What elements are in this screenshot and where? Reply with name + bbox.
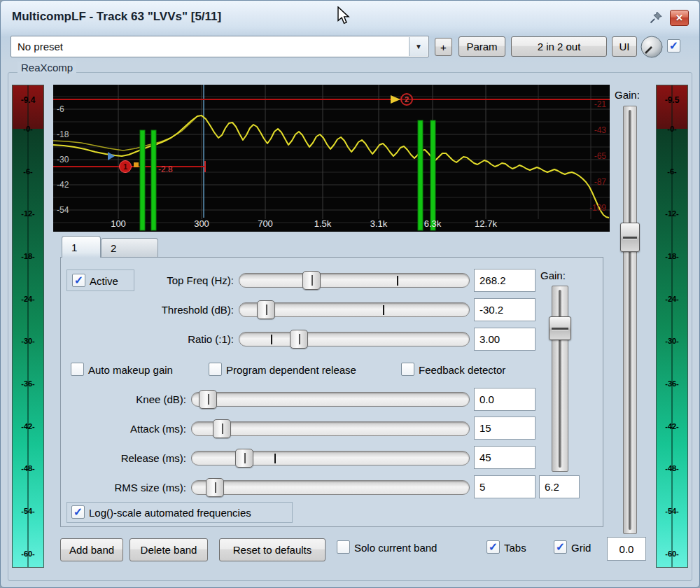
grid-checkbox[interactable]: ✓ <box>554 540 567 554</box>
freq-axis-label: 12.7k <box>475 218 497 229</box>
plugin-window: MulticompLF - Track 63 "LVVs" [5/11] ✕ N… <box>0 0 700 588</box>
delete-band-button[interactable]: Delete band <box>130 538 208 561</box>
check-icon: ✓ <box>74 275 83 286</box>
tab-label: 2 <box>111 242 116 254</box>
window-title: MulticompLF - Track 63 "LVVs" [5/11] <box>12 10 221 24</box>
gr-axis-label: -21 <box>594 99 606 109</box>
pin-icon[interactable] <box>649 10 663 24</box>
band1-marker[interactable]: 1 <box>119 160 132 173</box>
release-slider[interactable] <box>191 451 470 465</box>
meter-scale-label: -0- <box>13 125 43 133</box>
feedback-detector-label[interactable]: Feedback detector <box>419 364 505 376</box>
log-scale-checkbox[interactable]: ✓ <box>71 505 85 519</box>
release-value[interactable]: 45 <box>474 446 536 469</box>
master-gain-fader[interactable] <box>623 106 637 534</box>
close-button[interactable]: ✕ <box>670 10 689 26</box>
attack-label: Attack (ms): <box>67 423 186 435</box>
meter-scale-label: -36- <box>13 379 43 388</box>
band1-gain-readout: -2.8 <box>158 164 173 174</box>
attack-value[interactable]: 15 <box>474 416 536 440</box>
program-release-label[interactable]: Program dependent release <box>226 364 356 376</box>
threshold-value[interactable]: -30.2 <box>474 298 536 321</box>
grid-label[interactable]: Grid <box>571 542 591 554</box>
add-band-button[interactable]: Add band <box>60 538 123 561</box>
threshold-thumb[interactable] <box>257 300 275 319</box>
ui-button[interactable]: UI <box>612 36 637 57</box>
band-gain-fader[interactable] <box>552 286 568 472</box>
meter-scale-label: -18- <box>657 252 687 260</box>
rms-size-slider[interactable] <box>191 480 470 495</box>
active-checkbox[interactable]: ✓ <box>72 274 85 287</box>
right-peak-readout: -9.5 <box>657 95 687 105</box>
check-icon: ✓ <box>489 542 498 553</box>
knee-thumb[interactable] <box>199 390 217 409</box>
ratio-thumb[interactable] <box>290 330 308 349</box>
fx-enable-checkbox[interactable]: ✓ <box>667 39 680 52</box>
slider-tick <box>271 335 272 344</box>
db-axis-label: -6 <box>57 104 64 114</box>
preset-plus-button[interactable]: + <box>435 38 452 56</box>
meter-scale-label: -42- <box>657 422 687 430</box>
knee-value[interactable]: 0.0 <box>474 388 536 411</box>
knee-slider[interactable] <box>191 392 470 407</box>
meter-scale-label: -12- <box>13 209 43 218</box>
ratio-value[interactable]: 3.00 <box>474 328 536 351</box>
meter-scale-label: -18- <box>13 252 43 260</box>
tab-label: 1 <box>71 241 77 253</box>
tab-band-1[interactable]: 1 <box>62 236 101 258</box>
spectrum-display[interactable]: -6 -18 -30 -42 -54 -21 -43 -65 -87 -109 … <box>53 85 610 232</box>
threshold-slider[interactable] <box>239 302 470 317</box>
preset-dropdown[interactable]: No preset ▼ <box>10 36 429 57</box>
tabs-label[interactable]: Tabs <box>504 542 526 554</box>
freq-axis-label: 3.1k <box>370 218 388 229</box>
log-scale-label[interactable]: Log()-scale automated frequencies <box>89 507 251 519</box>
plugin-name: ReaXcomp <box>18 62 76 74</box>
freq-axis-label: 300 <box>194 218 209 229</box>
auto-makeup-label[interactable]: Auto makeup gain <box>88 364 173 376</box>
feedback-detector-checkbox[interactable] <box>401 363 414 376</box>
reset-defaults-label: Reset to defaults <box>233 544 312 556</box>
gr-axis-label: -43 <box>594 125 606 135</box>
master-gain-value[interactable]: 0.0 <box>607 537 646 561</box>
slider-tick <box>397 276 398 286</box>
release-thumb[interactable] <box>235 449 253 468</box>
plus-icon: + <box>440 41 447 53</box>
ratio-slider[interactable] <box>239 332 470 346</box>
band-gain-value[interactable]: 6.2 <box>539 475 580 498</box>
tabs-checkbox[interactable]: ✓ <box>486 540 500 554</box>
solo-current-band-checkbox[interactable] <box>337 540 350 554</box>
program-release-checkbox[interactable] <box>209 363 222 376</box>
gr-axis-label: -87 <box>594 177 606 187</box>
master-gain-label: Gain: <box>615 89 640 101</box>
ui-label: UI <box>620 41 630 52</box>
band-gain-fader-handle[interactable] <box>549 316 571 340</box>
attack-thumb[interactable] <box>213 419 231 438</box>
master-gain-fader-handle[interactable] <box>620 223 640 252</box>
auto-makeup-checkbox[interactable] <box>71 363 84 376</box>
top-freq-thumb[interactable] <box>302 271 321 290</box>
delete-band-label: Delete band <box>141 544 197 556</box>
meter-scale-label: -30- <box>657 337 687 345</box>
reset-defaults-button[interactable]: Reset to defaults <box>219 538 326 561</box>
tab-band-2[interactable]: 2 <box>101 238 158 258</box>
meter-scale-label: -54- <box>13 507 43 515</box>
top-freq-value[interactable]: 268.2 <box>474 269 536 292</box>
meter-scale-label: -48- <box>657 464 687 472</box>
freq-axis-label: 1.5k <box>314 218 332 229</box>
attack-slider[interactable] <box>191 421 470 436</box>
threshold-label: Threshold (dB): <box>106 304 234 316</box>
meter-scale-label: -0- <box>657 125 687 133</box>
ratio-label: Ratio (:1): <box>106 333 234 345</box>
param-button[interactable]: Param <box>458 36 505 57</box>
rms-size-label: RMS size (ms): <box>67 482 186 493</box>
db-axis-label: -42 <box>57 180 69 190</box>
band2-marker[interactable]: 2 <box>400 93 413 106</box>
rms-size-value[interactable]: 5 <box>474 475 536 498</box>
rms-size-thumb[interactable] <box>206 478 224 497</box>
wet-dry-knob[interactable] <box>640 35 664 59</box>
io-button[interactable]: 2 in 2 out <box>511 36 607 57</box>
solo-current-band-label[interactable]: Solo current band <box>354 542 437 554</box>
top-freq-slider[interactable] <box>239 273 470 288</box>
param-label: Param <box>466 41 497 52</box>
gr-axis-label: -109 <box>589 203 606 213</box>
